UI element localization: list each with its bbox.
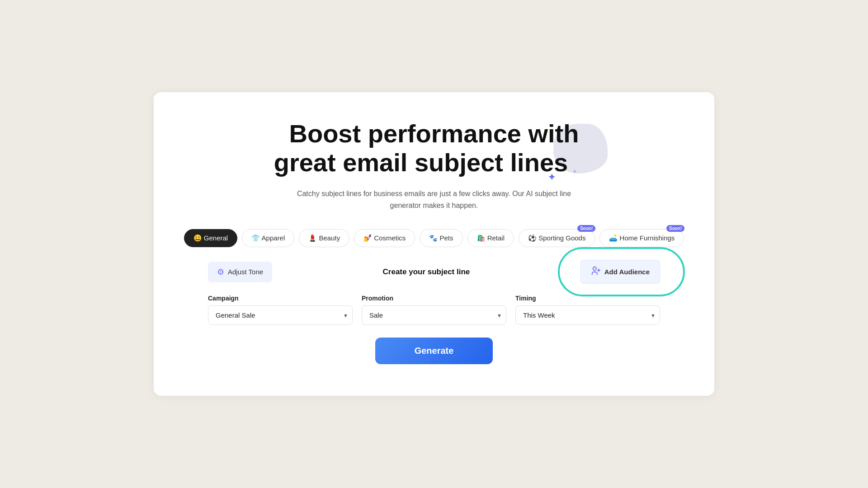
timing-select-wrapper: This Week Today Tomorrow This Weekend Ne… [515, 305, 660, 325]
tab-beauty[interactable]: 💄 Beauty [299, 229, 349, 247]
tab-apparel[interactable]: 👕 Apparel [242, 229, 294, 247]
category-tabs: 😀 General 👕 Apparel 💄 Beauty 💅 Cosmetics… [208, 229, 660, 247]
create-subject-label: Create your subject line [383, 267, 470, 277]
hero-section: Boost performance with great email subje… [208, 119, 660, 211]
generate-button[interactable]: Generate [375, 338, 493, 364]
soon-badge-sporting: Soon! [577, 225, 595, 232]
add-audience-wrapper: Add Audience [580, 260, 660, 284]
tab-retail[interactable]: 🛍️ Retail [467, 229, 514, 247]
tab-home-furnishings[interactable]: 🛋️ Home Furnishings Soon! [599, 229, 684, 247]
add-audience-button[interactable]: Add Audience [580, 260, 660, 284]
svg-point-0 [593, 267, 596, 270]
tab-pets[interactable]: 🐾 Pets [420, 229, 462, 247]
timing-field-group: Timing This Week Today Tomorrow This Wee… [515, 295, 660, 325]
adjust-tone-label: Adjust Tone [228, 268, 263, 276]
promotion-select-wrapper: Sale Discount Free Shipping BOGO Limited… [362, 305, 506, 325]
promotion-label: Promotion [362, 295, 506, 302]
timing-label: Timing [515, 295, 660, 302]
audience-icon [591, 266, 601, 278]
tab-sporting-goods[interactable]: ⚽ Sporting Goods Soon! [519, 229, 595, 247]
toolbar: ⚙ Adjust Tone Create your subject line A… [208, 260, 660, 284]
tab-general[interactable]: 😀 General [184, 229, 238, 247]
timing-select[interactable]: This Week Today Tomorrow This Weekend Ne… [515, 305, 660, 325]
campaign-select[interactable]: General Sale Flash Sale Holiday Sale Bac… [208, 305, 353, 325]
campaign-select-wrapper: General Sale Flash Sale Holiday Sale Bac… [208, 305, 353, 325]
hero-title-line1: Boost performance with [289, 119, 579, 148]
campaign-label: Campaign [208, 295, 353, 302]
promotion-select[interactable]: Sale Discount Free Shipping BOGO Limited… [362, 305, 506, 325]
hero-title-line2: great email subject lines [274, 148, 568, 177]
hero-title: Boost performance with great email subje… [274, 119, 594, 178]
fields-row: Campaign General Sale Flash Sale Holiday… [208, 295, 660, 325]
add-audience-label: Add Audience [604, 268, 650, 276]
soon-badge-home: Soon! [666, 225, 684, 232]
adjust-tone-button[interactable]: ⚙ Adjust Tone [208, 262, 272, 282]
main-card: Boost performance with great email subje… [154, 92, 714, 396]
tab-cosmetics[interactable]: 💅 Cosmetics [354, 229, 415, 247]
promotion-field-group: Promotion Sale Discount Free Shipping BO… [362, 295, 506, 325]
hero-subtitle: Catchy subject lines for business emails… [285, 188, 583, 211]
sparkle-small-icon: ✦ [572, 169, 577, 175]
sliders-icon: ⚙ [217, 267, 224, 277]
sparkle-large-icon: ✦ [548, 172, 556, 182]
campaign-field-group: Campaign General Sale Flash Sale Holiday… [208, 295, 353, 325]
